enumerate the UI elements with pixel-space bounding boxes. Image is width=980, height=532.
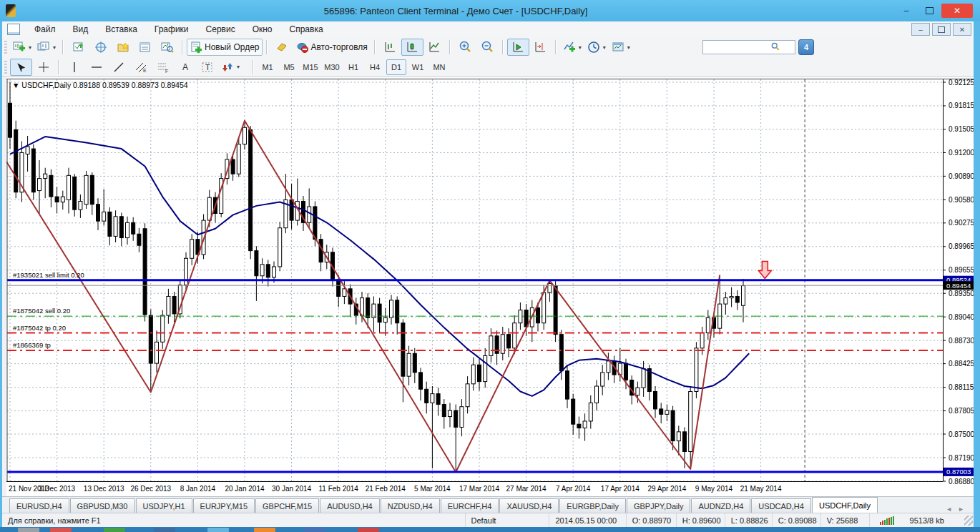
candle-body [73,177,77,210]
tabs-scroll-left-icon[interactable]: ◄ [946,506,952,513]
timeframe-button-w1[interactable]: W1 [408,59,428,75]
arrows-tool-button[interactable]: ▾ [218,59,242,76]
autotrade-button[interactable]: Авто-торговля [293,39,371,56]
taskbar-app-icon[interactable] [207,528,229,532]
indicators-button[interactable]: ▾ [560,39,584,56]
chart-tab[interactable]: GBPJPY,Daily [627,498,691,513]
order-line-label: #1935021 sell limit 0.20 [13,271,84,279]
taskbar-app-icon[interactable] [154,528,175,532]
profiles-button[interactable]: ▾ [34,39,59,56]
candle-chart-button[interactable] [401,39,423,56]
horizontal-line-tool-button[interactable] [85,59,107,76]
timeframe-button-m30[interactable]: M30 [322,59,342,75]
chart-tab[interactable]: EURCHF,H4 [441,498,499,513]
candle-body [636,388,640,395]
auto-scroll-button[interactable] [507,39,529,56]
taskbar-app-icon[interactable] [358,528,379,532]
candle-body [484,355,487,381]
candle-body [471,365,475,384]
timeframe-button-h1[interactable]: H1 [343,59,363,75]
child-minimize-button[interactable]: – [911,23,930,36]
chart-tab[interactable]: GBPUSD,M30 [70,498,135,513]
timeframe-button-mn[interactable]: MN [429,59,449,75]
taskbar-app-icon[interactable] [304,528,325,532]
taskbar-app-icon[interactable] [50,528,72,532]
chart-tab[interactable]: USDCHF,Daily [812,497,878,513]
menu-item[interactable]: Вставка [97,23,146,36]
crosshair-tool-button[interactable] [32,59,54,76]
timeframe-button-d1[interactable]: D1 [386,59,406,75]
taskbar-app-icon[interactable] [18,528,39,532]
minimize-button[interactable]: – [896,4,917,18]
candle-body [44,174,47,178]
candle-body [137,234,141,245]
chart-tab[interactable]: AUDNZD,H4 [691,498,750,513]
time-axis-label: 8 Jan 2014 [180,485,216,493]
child-restore-button[interactable] [932,23,951,36]
timeframe-button-h4[interactable]: H4 [365,59,385,75]
tabs-scroll-right-icon[interactable]: ► [958,506,964,513]
resize-grip[interactable] [964,516,974,526]
cursor-tool-button[interactable] [10,59,32,76]
maximize-button[interactable] [918,4,940,18]
menu-item[interactable]: Графики [146,23,197,36]
trendline-tool-button[interactable] [107,59,129,76]
zoom-in-button[interactable] [454,39,476,56]
fibonacci-tool-button[interactable]: F [152,59,174,76]
time-axis-label: 29 Apr 2014 [647,485,686,493]
windows-taskbar[interactable] [0,527,980,532]
chart-tab[interactable]: GBPCHF,M15 [255,498,319,513]
periods-button[interactable]: ▾ [584,39,609,56]
close-button[interactable]: ✕ [941,4,973,18]
text-tool-button[interactable]: A [174,59,196,76]
community-messages-badge[interactable]: 4 [798,39,814,55]
taskbar-app-icon[interactable] [104,528,125,532]
chart-tab[interactable]: EURJPY,M15 [193,498,255,513]
timeframe-button-m15[interactable]: M15 [300,59,320,75]
time-axis-label: 17 Mar 2014 [459,485,500,493]
taskbar-app-icon[interactable] [254,528,275,532]
strategy-tester-button[interactable] [156,39,178,56]
toolbar-grip[interactable] [4,61,7,74]
chart-tab[interactable]: EURUSD,H4 [9,498,69,513]
text-label-tool-button[interactable]: T [196,59,218,76]
chart-tab[interactable]: XAUUSD,H4 [499,498,559,513]
menu-item[interactable]: Сервис [197,23,244,36]
time-axis-label: 7 Apr 2014 [556,485,591,493]
candle-body [114,217,117,237]
bar-chart-button[interactable] [379,39,401,56]
vertical-line-tool-button[interactable] [63,59,85,76]
status-profile[interactable]: Default [465,513,549,528]
chart-canvas[interactable]: #1935021 sell limit 0.20#1875042 sell 0.… [6,77,974,496]
search-input[interactable] [702,40,795,54]
search-icon[interactable] [771,42,780,51]
chart-tab[interactable]: USDCAD,H4 [751,498,811,513]
chart-shift-button[interactable] [529,39,552,56]
data-window-button[interactable] [89,39,112,56]
chart-window-icon[interactable] [7,24,20,35]
chart-tab[interactable]: EURGBP,Daily [559,498,626,513]
candle-body [126,222,129,237]
menu-item[interactable]: Справка [281,23,332,36]
child-close-button[interactable]: ✕ [953,23,971,36]
price-axis-label: 0.90580 [949,196,974,204]
toolbar-grip[interactable] [4,41,7,54]
new-order-button[interactable]: Новый Ордер [187,39,262,56]
channel-tool-button[interactable]: E [129,59,152,76]
line-chart-button[interactable] [423,39,446,56]
chart-tab[interactable]: AUDUSD,H4 [320,498,380,513]
templates-button[interactable]: ▾ [609,39,633,56]
terminal-button[interactable] [134,39,156,56]
metaquotes-button[interactable] [271,39,293,56]
timeframe-button-m5[interactable]: M5 [279,59,299,75]
chart-tab[interactable]: NZDUSD,H4 [381,498,440,513]
zoom-out-button[interactable] [476,39,499,56]
menu-item[interactable]: Вид [64,23,97,36]
new-chart-button[interactable]: ▾ [10,39,34,56]
navigator-button[interactable] [112,39,134,56]
timeframe-button-m1[interactable]: M1 [258,59,278,75]
menu-item[interactable]: Окно [244,23,281,36]
menu-item[interactable]: Файл [26,23,64,36]
chart-tab[interactable]: USDJPY,H1 [136,498,192,513]
market-watch-button[interactable] [67,39,89,56]
